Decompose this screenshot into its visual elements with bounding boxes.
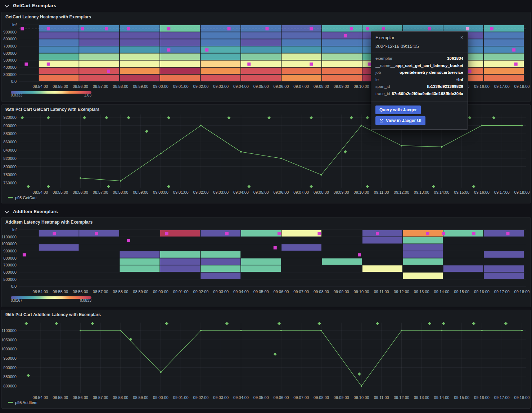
panel-additem-heatmap: AddItem Latency Heatmap with Exemplars +… xyxy=(1,217,531,307)
section-header-getcart[interactable]: GetCart Exemplars xyxy=(0,0,532,11)
svg-text:08:56:00: 08:56:00 xyxy=(73,84,88,89)
panel-title[interactable]: 95th Pct Cart AddItem Latency with Exemp… xyxy=(5,312,101,317)
svg-text:880000: 880000 xyxy=(3,131,17,136)
field-key: span_id xyxy=(375,84,390,89)
close-icon[interactable]: × xyxy=(460,35,463,40)
svg-text:08:57:00: 08:57:00 xyxy=(93,395,108,400)
button-label: Query with Jaeger xyxy=(379,107,417,112)
additem-p95-canvas[interactable]: 1100000105000010000009500009000008500008… xyxy=(2,310,531,408)
exemplar-tooltip: Exemplar × 2024-12-16 09:15:15 exemplar … xyxy=(371,31,468,130)
svg-text:900000: 900000 xyxy=(3,124,17,128)
panel-title[interactable]: 95th Pct Cart GetCart Latency with Exemp… xyxy=(5,107,99,112)
svg-text:09:06:00: 09:06:00 xyxy=(274,395,289,400)
svg-text:850000: 850000 xyxy=(3,374,17,379)
tooltip-title: Exemplar xyxy=(375,35,395,40)
svg-text:09:12:00: 09:12:00 xyxy=(394,395,409,400)
svg-text:09:00:00: 09:00:00 xyxy=(153,289,168,294)
svg-text:09:08:00: 09:08:00 xyxy=(314,289,329,294)
section-title: AddItem Exemplars xyxy=(13,209,58,214)
tooltip-timestamp: 2024-12-16 09:15:15 xyxy=(375,44,463,49)
svg-text:860000: 860000 xyxy=(3,140,17,144)
svg-text:760000: 760000 xyxy=(3,181,17,185)
tooltip-field-row: trace_id 67c60fa2e2f0ba9e6e43d198f5de304… xyxy=(375,91,463,99)
svg-text:0.0: 0.0 xyxy=(11,284,17,288)
svg-text:09:13:00: 09:13:00 xyxy=(414,190,429,194)
chevron-down-icon[interactable] xyxy=(5,210,8,213)
svg-text:09:17:00: 09:17:00 xyxy=(494,289,510,294)
svg-text:09:14:00: 09:14:00 xyxy=(434,289,450,294)
svg-text:0.0: 0.0 xyxy=(11,79,17,84)
svg-text:09:18:00: 09:18:00 xyxy=(514,84,530,89)
svg-text:p95 GetCart: p95 GetCart xyxy=(15,196,37,200)
svg-text:09:12:00: 09:12:00 xyxy=(394,190,409,194)
svg-text:08:59:00: 08:59:00 xyxy=(133,84,148,89)
svg-text:09:10:00: 09:10:00 xyxy=(354,190,369,194)
chevron-down-icon[interactable] xyxy=(5,4,8,7)
svg-text:09:15:00: 09:15:00 xyxy=(454,289,469,294)
query-with-jaeger-button[interactable]: Query with Jaeger xyxy=(375,106,421,114)
svg-text:800000: 800000 xyxy=(3,384,17,388)
button-label: View in Jaeger UI xyxy=(386,118,421,123)
svg-text:09:04:00: 09:04:00 xyxy=(233,395,249,400)
panel-title[interactable]: AddItem Latency Heatmap with Exemplars xyxy=(5,220,93,225)
svg-text:08:55:00: 08:55:00 xyxy=(53,190,68,194)
svg-text:09:05:00: 09:05:00 xyxy=(253,395,269,400)
svg-text:09:06:00: 09:06:00 xyxy=(274,289,289,294)
svg-text:09:10:00: 09:10:00 xyxy=(354,84,369,89)
svg-text:0.0167: 0.0167 xyxy=(11,298,22,302)
section-title: GetCart Exemplars xyxy=(13,3,56,8)
svg-text:09:10:00: 09:10:00 xyxy=(354,289,369,294)
field-key: exemplar xyxy=(375,56,392,60)
svg-text:09:16:00: 09:16:00 xyxy=(474,289,490,294)
svg-text:09:01:00: 09:01:00 xyxy=(173,289,189,294)
panel-title[interactable]: GetCart Latency Heatmap with Exemplars xyxy=(5,14,91,19)
svg-text:08:56:00: 08:56:00 xyxy=(73,289,88,294)
svg-text:700000: 700000 xyxy=(3,263,17,267)
svg-text:08:54:00: 08:54:00 xyxy=(33,395,48,400)
svg-text:09:11:00: 09:11:00 xyxy=(374,289,389,294)
svg-text:09:00:00: 09:00:00 xyxy=(153,84,168,89)
field-key: __name__ xyxy=(375,63,395,68)
svg-text:900000: 900000 xyxy=(3,365,17,370)
field-key: trace_id xyxy=(375,91,390,96)
additem-heatmap-canvas[interactable]: +Inf110000010000009000008000007000006000… xyxy=(2,217,531,307)
svg-text:09:16:00: 09:16:00 xyxy=(474,395,490,400)
svg-text:950000: 950000 xyxy=(3,356,17,360)
svg-text:840000: 840000 xyxy=(3,148,17,152)
svg-text:09:09:00: 09:09:00 xyxy=(334,289,349,294)
svg-text:1100000: 1100000 xyxy=(2,328,17,333)
svg-text:09:03:00: 09:03:00 xyxy=(213,395,229,400)
svg-text:08:55:00: 08:55:00 xyxy=(53,84,68,89)
svg-text:600000: 600000 xyxy=(3,270,17,274)
svg-text:900000: 900000 xyxy=(3,249,17,253)
svg-text:09:17:00: 09:17:00 xyxy=(494,84,510,89)
svg-text:09:05:00: 09:05:00 xyxy=(253,190,269,194)
svg-text:08:54:00: 08:54:00 xyxy=(33,289,48,294)
svg-text:780000: 780000 xyxy=(3,172,17,177)
svg-text:08:54:00: 08:54:00 xyxy=(33,84,48,89)
section-header-additem[interactable]: AddItem Exemplars xyxy=(0,206,532,217)
view-in-jaeger-button[interactable]: View in Jaeger UI xyxy=(375,116,425,125)
field-value: 67c60fa2e2f0ba9e6e43d198f5de304a xyxy=(392,91,463,96)
svg-text:09:16:00: 09:16:00 xyxy=(474,190,490,194)
tooltip-field-row: le +Inf xyxy=(375,77,463,85)
svg-text:1050000: 1050000 xyxy=(2,338,17,342)
svg-text:09:14:00: 09:14:00 xyxy=(434,395,450,400)
svg-text:09:05:00: 09:05:00 xyxy=(253,84,269,89)
svg-text:09:08:00: 09:08:00 xyxy=(314,84,329,89)
external-link-icon xyxy=(379,118,384,123)
svg-text:500000: 500000 xyxy=(3,277,17,282)
svg-text:08:59:00: 08:59:00 xyxy=(133,289,148,294)
svg-text:09:02:00: 09:02:00 xyxy=(193,84,209,89)
svg-text:0.0333: 0.0333 xyxy=(11,93,22,97)
svg-text:09:00:00: 09:00:00 xyxy=(153,190,168,194)
svg-text:09:17:00: 09:17:00 xyxy=(494,190,510,194)
svg-text:08:58:00: 08:58:00 xyxy=(113,289,129,294)
svg-text:08:57:00: 08:57:00 xyxy=(93,289,108,294)
svg-text:09:14:00: 09:14:00 xyxy=(434,190,450,194)
svg-text:09:01:00: 09:01:00 xyxy=(173,190,189,194)
svg-text:09:18:00: 09:18:00 xyxy=(514,395,530,400)
panel-additem-p95: 95th Pct Cart AddItem Latency with Exemp… xyxy=(1,310,531,409)
svg-text:09:03:00: 09:03:00 xyxy=(213,84,229,89)
svg-text:1100000: 1100000 xyxy=(2,235,17,239)
